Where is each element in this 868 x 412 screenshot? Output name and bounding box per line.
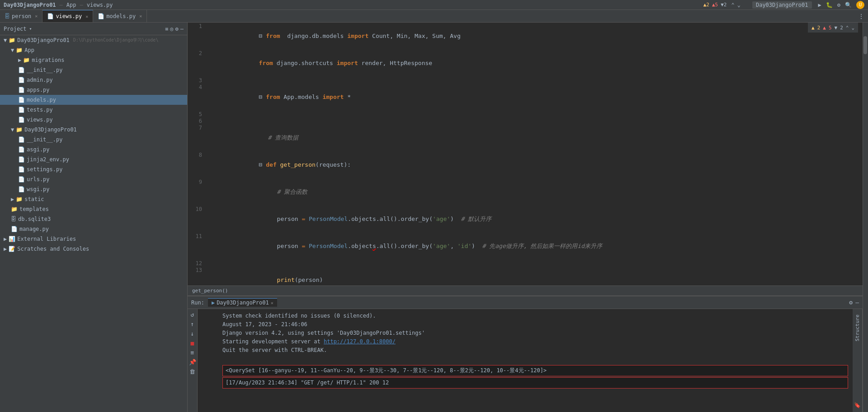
- close-terminal-tab[interactable]: ✕: [271, 300, 274, 305]
- project-dropdown[interactable]: ▾: [29, 26, 32, 31]
- code-area: ▲ 2 ▲ 5 ▼ 2 ⌃ ⌄ 1 ⊟ from django.db.model…: [188, 23, 863, 412]
- line-content-4[interactable]: ⊟ from App.models import *: [206, 84, 863, 111]
- gear-icon-terminal[interactable]: ⚙: [849, 299, 853, 306]
- debug-icon[interactable]: 🐛: [826, 2, 833, 8]
- tree-external-libs[interactable]: ▶ 📊 External Libraries: [0, 234, 187, 244]
- folder-icon-ext: 📊: [9, 236, 15, 242]
- sidebar-header: Project ▾ ≡ ◎ ⚙ —: [0, 23, 187, 35]
- line-content-8[interactable]: ⊟ def get_person(request):: [206, 151, 863, 178]
- tree-scratches[interactable]: ▶ 📝 Scratches and Consoles: [0, 244, 187, 254]
- line-content-10[interactable]: person = PersonModel.objects.all().order…: [206, 206, 863, 233]
- run-icon-small: ▶: [212, 300, 215, 306]
- tree-tests-label: tests.py: [27, 107, 53, 113]
- info-count: ▼2: [721, 2, 726, 8]
- tree-views-label: views.py: [27, 117, 53, 123]
- line-content-13[interactable]: print(person): [206, 267, 863, 286]
- tab-models[interactable]: 📄 models.py ✕: [93, 10, 147, 22]
- close-tab-models[interactable]: ✕: [139, 14, 142, 19]
- locate-icon[interactable]: ◎: [170, 26, 173, 32]
- line-content-7[interactable]: # 查询数据: [206, 124, 863, 151]
- tree-init2-py[interactable]: 📄 __init__.py: [0, 135, 187, 145]
- project-label: Project: [4, 26, 27, 32]
- terminal-output: System check identified no issues (0 sil…: [222, 312, 848, 389]
- py-file-icon-init2: 📄: [18, 136, 25, 143]
- tree-templates[interactable]: 📁 templates: [0, 204, 187, 214]
- collapse-all-icon[interactable]: ≡: [165, 26, 168, 32]
- line-content-2[interactable]: from django.shortcuts import render, Htt…: [206, 50, 863, 77]
- tree-jinja2-label: jinja2_env.py: [27, 156, 69, 163]
- line-content-1[interactable]: ⊟ from django.db.models import Count, Mi…: [206, 23, 863, 50]
- terminal-line-6: [222, 355, 848, 363]
- rerun-format-icon[interactable]: ≡: [189, 349, 196, 356]
- bookmarks-panel: Structure 🔖: [853, 309, 863, 412]
- tree-asgi-py[interactable]: 📄 asgi.py: [0, 145, 187, 154]
- user-icon[interactable]: U: [856, 1, 864, 9]
- tree-tests-py[interactable]: 📄 tests.py: [0, 105, 187, 115]
- tree-urls-py[interactable]: 📄 urls.py: [0, 174, 187, 184]
- tab-views[interactable]: 📄 views.py ✕: [42, 10, 93, 22]
- code-line-13: 13 print(person): [188, 267, 863, 286]
- tab-run[interactable]: ▶ Day03DjangoPro01 ✕: [208, 298, 277, 307]
- recent-files-icon[interactable]: ⋮: [858, 13, 864, 20]
- run-label: Run:: [191, 300, 204, 306]
- run-icon[interactable]: ▶: [818, 2, 821, 8]
- collapse-warnings-icon[interactable]: ⌄: [851, 25, 854, 31]
- line-num-2: 2: [188, 50, 206, 77]
- line-content-12: [206, 260, 863, 267]
- scroll-down-icon[interactable]: ↓: [189, 330, 196, 337]
- code-line-5: 5: [188, 111, 863, 117]
- tree-views-py[interactable]: 📄 views.py: [0, 115, 187, 125]
- tree-db-sqlite[interactable]: 🗄 db.sqlite3: [0, 214, 187, 224]
- expand-warnings-icon[interactable]: ⌃: [846, 25, 849, 31]
- top-bar: Day03DjangoPro01 — App — views.py ▲2 ▲5 …: [0, 0, 868, 10]
- close-tab-views[interactable]: ✕: [85, 14, 88, 19]
- tree-migrations[interactable]: ▶ 📁 migrations: [0, 55, 187, 65]
- minimize-terminal-icon[interactable]: —: [855, 299, 859, 306]
- py-file-icon-tests: 📄: [18, 107, 25, 113]
- tree-day03[interactable]: ▼ 📁 Day03DjangoPro01: [0, 125, 187, 135]
- tree-apps-py[interactable]: 📄 apps.py: [0, 85, 187, 95]
- tree-manage-py[interactable]: 📄 manage.py: [0, 224, 187, 234]
- close-sidebar-icon[interactable]: —: [180, 26, 184, 32]
- tree-app[interactable]: ▼ 📁 App: [0, 45, 187, 55]
- bookmark-icon[interactable]: 🔖: [854, 402, 861, 408]
- options-icon[interactable]: ⚙: [175, 26, 179, 32]
- line-content-11[interactable]: person = PersonModel.objects.all().order…: [206, 233, 863, 260]
- close-tab-person[interactable]: ✕: [35, 14, 38, 19]
- breadcrumb: get_person(): [192, 288, 228, 294]
- tree-admin-py[interactable]: 📄 admin.py: [0, 75, 187, 85]
- trash-icon[interactable]: 🗑: [189, 368, 196, 375]
- terminal-tabs-row: Run: ▶ Day03DjangoPro01 ✕ ⚙ —: [188, 296, 863, 309]
- terminal-panel: Run: ▶ Day03DjangoPro01 ✕ ⚙ — ↺ ↑ ↓ ■: [188, 295, 863, 412]
- tree-models-py[interactable]: 📄 models.py: [0, 95, 187, 105]
- search-icon[interactable]: 🔍: [845, 2, 852, 8]
- code-editor[interactable]: ▲ 2 ▲ 5 ▼ 2 ⌃ ⌄ 1 ⊟ from django.db.model…: [188, 23, 863, 286]
- db-file-icon: 🗄: [11, 216, 16, 222]
- tree-migrations-label: migrations: [32, 57, 64, 63]
- settings-icon[interactable]: ⚙: [837, 2, 840, 8]
- tree-jinja2-py[interactable]: 📄 jinja2_env.py: [0, 154, 187, 164]
- scrollbar-thumb[interactable]: [863, 36, 867, 54]
- tree-root[interactable]: ▼ 📁 Day03DjangoPro01 D:\U\pythonCode\Dja…: [0, 35, 187, 45]
- tree-init-py[interactable]: 📄 __init__.py: [0, 65, 187, 75]
- tab-models-label: models.py: [106, 13, 136, 19]
- tree-static[interactable]: ▶ 📁 static: [0, 194, 187, 204]
- terminal-line-3: Django version 4.2, using settings 'Day0…: [222, 329, 848, 337]
- tree-admin-label: admin.py: [27, 77, 53, 83]
- tree-external-label: External Libraries: [17, 236, 76, 242]
- rerun-icon[interactable]: ↺: [189, 311, 196, 318]
- tree-wsgi-py[interactable]: 📄 wsgi.py: [0, 184, 187, 194]
- scroll-up-icon[interactable]: ↑: [189, 320, 196, 328]
- project-title[interactable]: Day03DjangoPro01: [4, 2, 56, 8]
- pin-icon[interactable]: 📌: [189, 358, 196, 365]
- breadcrumb-bar: get_person(): [188, 286, 863, 295]
- line-content-9[interactable]: # 聚合函数: [206, 178, 863, 206]
- rerun-stop-icon[interactable]: ■: [189, 339, 196, 346]
- tree-settings-py[interactable]: 📄 settings.py: [0, 164, 187, 174]
- run-side-strip: ↺ ↑ ↓ ■ ≡ 📌 🗑: [188, 309, 198, 412]
- project-selector[interactable]: Day03DjangoPro01: [752, 1, 812, 9]
- tab-person[interactable]: 🗄 person ✕: [0, 10, 42, 22]
- tree-root-label: Day03DjangoPro01: [17, 37, 70, 43]
- server-url[interactable]: http://127.0.0.1:8000/: [324, 338, 396, 345]
- db-icon: 🗄: [5, 13, 10, 19]
